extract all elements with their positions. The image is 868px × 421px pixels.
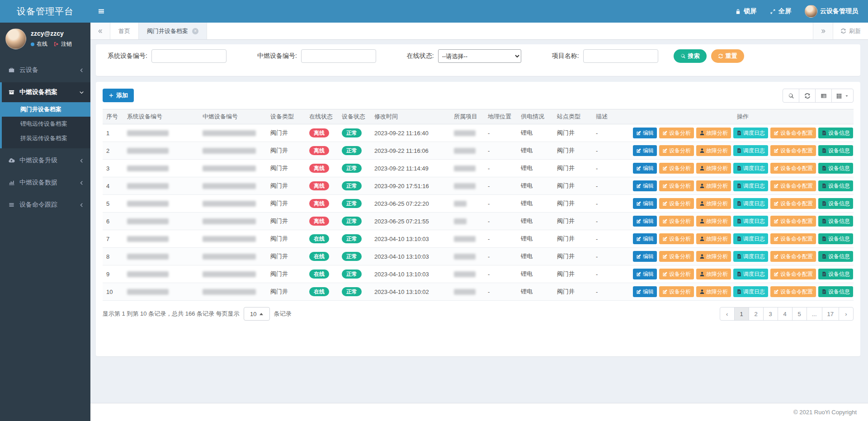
user-menu[interactable]: 云设备管理员 bbox=[805, 5, 858, 18]
edit-button[interactable]: 编辑 bbox=[633, 251, 657, 262]
dispatch-log-button[interactable]: 调度日志 bbox=[733, 145, 768, 156]
device-command-config-button[interactable]: 设备命令配置 bbox=[770, 180, 816, 191]
device-info-button[interactable]: 设备信息 bbox=[818, 163, 853, 174]
online-status-select[interactable]: --请选择-- bbox=[438, 49, 521, 63]
device-analysis-button[interactable]: 设备分析 bbox=[659, 145, 694, 156]
edit-button[interactable]: 编辑 bbox=[633, 145, 657, 156]
dispatch-log-button[interactable]: 调度日志 bbox=[733, 251, 768, 262]
fault-analysis-button[interactable]: 故障分析 bbox=[696, 251, 731, 262]
sidebar-item-0[interactable]: 云设备 bbox=[0, 60, 90, 80]
device-analysis-button[interactable]: 设备分析 bbox=[659, 198, 694, 209]
device-analysis-button[interactable]: 设备分析 bbox=[659, 128, 694, 138]
fault-analysis-button[interactable]: 故障分析 bbox=[696, 145, 731, 156]
fault-analysis-button[interactable]: 故障分析 bbox=[696, 269, 731, 279]
device-command-config-button[interactable]: 设备命令配置 bbox=[770, 286, 816, 297]
sidebar-subitem-1-0[interactable]: 阀门井设备档案 bbox=[2, 102, 90, 117]
edit-button[interactable]: 编辑 bbox=[633, 198, 657, 209]
sidebar-item-1[interactable]: 中燃设备档案 bbox=[2, 82, 90, 102]
sidebar-toggle-button[interactable] bbox=[90, 0, 112, 23]
zr-device-no-input[interactable] bbox=[301, 49, 376, 63]
next-page-button[interactable]: › bbox=[839, 307, 854, 321]
edit-button[interactable]: 编辑 bbox=[633, 180, 657, 191]
fault-analysis-button[interactable]: 故障分析 bbox=[696, 163, 731, 174]
device-info-button[interactable]: 设备信息 bbox=[818, 145, 853, 156]
fault-analysis-button[interactable]: 故障分析 bbox=[696, 216, 731, 227]
close-tab-icon[interactable]: × bbox=[192, 28, 198, 34]
device-command-config-button[interactable]: 设备命令配置 bbox=[770, 269, 816, 279]
search-button[interactable]: 搜索 bbox=[674, 49, 707, 63]
dispatch-log-button[interactable]: 调度日志 bbox=[733, 216, 768, 227]
device-info-button[interactable]: 设备信息 bbox=[818, 286, 853, 297]
edit-button[interactable]: 编辑 bbox=[633, 128, 657, 138]
device-command-config-button[interactable]: 设备命令配置 bbox=[770, 251, 816, 262]
tab-refresh-button[interactable]: 刷新 bbox=[833, 23, 868, 39]
dispatch-log-button[interactable]: 调度日志 bbox=[733, 163, 768, 174]
tab-valve-well-archive[interactable]: 阀门井设备档案 × bbox=[139, 23, 207, 39]
tabs-scroll-left-button[interactable] bbox=[90, 23, 110, 39]
sidebar-item-4[interactable]: 设备命令跟踪 bbox=[0, 195, 90, 215]
page-button-5[interactable]: 5 bbox=[792, 307, 807, 321]
sys-device-no-input[interactable] bbox=[151, 49, 226, 63]
fault-analysis-button[interactable]: 故障分析 bbox=[696, 198, 731, 209]
page-button-17[interactable]: 17 bbox=[822, 307, 839, 321]
logout-button[interactable]: 注销 bbox=[53, 40, 72, 48]
device-analysis-button[interactable]: 设备分析 bbox=[659, 180, 694, 191]
device-info-button[interactable]: 设备信息 bbox=[818, 269, 853, 279]
fullscreen-button[interactable]: 全屏 bbox=[770, 7, 791, 15]
toolbar-columns-button[interactable] bbox=[831, 89, 854, 103]
edit-button[interactable]: 编辑 bbox=[633, 233, 657, 244]
app-logo[interactable]: 设备管理平台 bbox=[0, 0, 90, 23]
project-name-input[interactable] bbox=[583, 49, 658, 63]
device-analysis-button[interactable]: 设备分析 bbox=[659, 216, 694, 227]
device-command-config-button[interactable]: 设备命令配置 bbox=[770, 198, 816, 209]
dispatch-log-button[interactable]: 调度日志 bbox=[733, 198, 768, 209]
edit-button[interactable]: 编辑 bbox=[633, 163, 657, 174]
fault-analysis-button[interactable]: 故障分析 bbox=[696, 233, 731, 244]
dispatch-log-button[interactable]: 调度日志 bbox=[733, 233, 768, 244]
tabs-scroll-right-button[interactable] bbox=[813, 23, 833, 39]
device-info-button[interactable]: 设备信息 bbox=[818, 216, 853, 227]
dispatch-log-button[interactable]: 调度日志 bbox=[733, 269, 768, 279]
fault-analysis-button[interactable]: 故障分析 bbox=[696, 286, 731, 297]
reset-button[interactable]: 重置 bbox=[711, 49, 744, 63]
device-command-config-button[interactable]: 设备命令配置 bbox=[770, 163, 816, 174]
device-command-config-button[interactable]: 设备命令配置 bbox=[770, 233, 816, 244]
tab-home[interactable]: 首页 bbox=[110, 23, 139, 39]
toolbar-refresh-button[interactable] bbox=[799, 89, 816, 103]
device-command-config-button[interactable]: 设备命令配置 bbox=[770, 216, 816, 227]
add-button[interactable]: 添加 bbox=[103, 89, 134, 102]
dispatch-log-button[interactable]: 调度日志 bbox=[733, 128, 768, 138]
device-analysis-button[interactable]: 设备分析 bbox=[659, 163, 694, 174]
device-command-config-button[interactable]: 设备命令配置 bbox=[770, 145, 816, 156]
device-analysis-button[interactable]: 设备分析 bbox=[659, 286, 694, 297]
page-button-3[interactable]: 3 bbox=[763, 307, 778, 321]
sidebar-item-2[interactable]: 中燃设备升级 bbox=[0, 151, 90, 170]
lock-screen-button[interactable]: 锁屏 bbox=[735, 7, 756, 15]
toolbar-search-button[interactable] bbox=[783, 89, 799, 103]
device-info-button[interactable]: 设备信息 bbox=[818, 128, 853, 138]
page-button-1[interactable]: 1 bbox=[734, 307, 749, 321]
page-button-4[interactable]: 4 bbox=[778, 307, 793, 321]
device-info-button[interactable]: 设备信息 bbox=[818, 198, 853, 209]
device-info-button[interactable]: 设备信息 bbox=[818, 233, 853, 244]
sidebar-subitem-1-2[interactable]: 拼装远传设备档案 bbox=[2, 131, 90, 146]
sidebar-subitem-1-1[interactable]: 锂电远传设备档案 bbox=[2, 117, 90, 131]
dispatch-log-button[interactable]: 调度日志 bbox=[733, 180, 768, 191]
fault-analysis-button[interactable]: 故障分析 bbox=[696, 128, 731, 138]
sidebar-item-3[interactable]: 中燃设备数据 bbox=[0, 173, 90, 193]
device-analysis-button[interactable]: 设备分析 bbox=[659, 269, 694, 279]
device-analysis-button[interactable]: 设备分析 bbox=[659, 251, 694, 262]
edit-button[interactable]: 编辑 bbox=[633, 286, 657, 297]
prev-page-button[interactable]: ‹ bbox=[720, 307, 735, 321]
edit-button[interactable]: 编辑 bbox=[633, 216, 657, 227]
dispatch-log-button[interactable]: 调度日志 bbox=[733, 286, 768, 297]
fault-analysis-button[interactable]: 故障分析 bbox=[696, 180, 731, 191]
page-button-2[interactable]: 2 bbox=[749, 307, 764, 321]
device-info-button[interactable]: 设备信息 bbox=[818, 251, 853, 262]
page-size-dropdown[interactable]: 10 bbox=[244, 307, 270, 321]
toolbar-detail-view-button[interactable] bbox=[815, 89, 832, 103]
device-command-config-button[interactable]: 设备命令配置 bbox=[770, 128, 816, 138]
device-info-button[interactable]: 设备信息 bbox=[818, 180, 853, 191]
edit-button[interactable]: 编辑 bbox=[633, 269, 657, 279]
device-analysis-button[interactable]: 设备分析 bbox=[659, 233, 694, 244]
